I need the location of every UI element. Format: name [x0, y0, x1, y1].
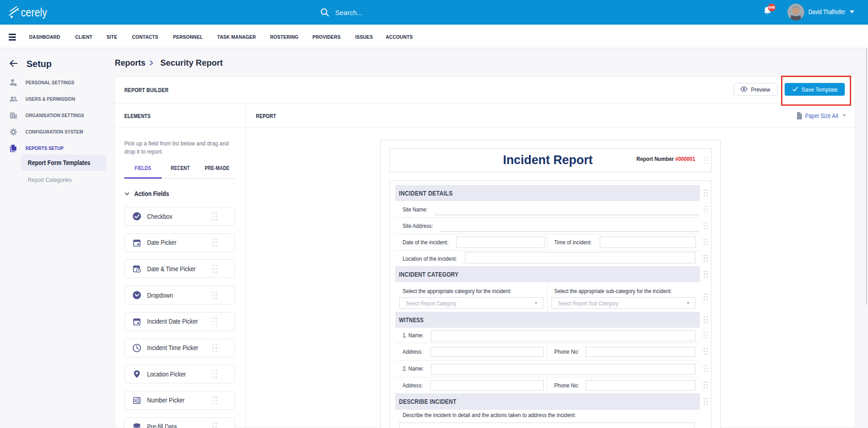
svg-text:3: 3	[138, 400, 139, 403]
svg-text:1: 1	[134, 398, 137, 403]
